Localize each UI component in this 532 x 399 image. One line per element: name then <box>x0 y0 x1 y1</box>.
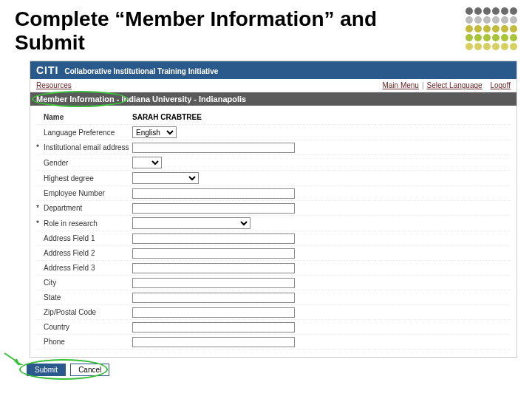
addr1-input[interactable] <box>132 233 295 244</box>
section-title-bar: Member Information - Indiana University … <box>30 92 516 106</box>
nav-separator <box>485 81 488 89</box>
zip-label: Zip/Postal Code <box>44 308 132 316</box>
deco-dot <box>466 7 473 15</box>
deco-dot <box>466 16 473 24</box>
deco-dot <box>510 34 517 41</box>
nav-bar: Resources Main Menu | Select Language Lo… <box>30 79 516 92</box>
deco-dot <box>510 43 517 50</box>
deco-dot <box>474 25 482 33</box>
role-label: Role in research <box>44 219 132 228</box>
deco-dot <box>474 34 482 41</box>
decorative-dots <box>466 7 517 50</box>
language-label: Language Preference <box>44 129 132 137</box>
citi-logo: CITI <box>36 64 58 76</box>
deco-dot <box>483 25 491 33</box>
nav-select-language-link[interactable]: Select Language <box>427 81 482 89</box>
language-select[interactable]: English <box>132 126 177 138</box>
section-title: Member Information - Indiana University … <box>36 95 246 103</box>
country-label: Country <box>44 323 132 331</box>
arrow-icon <box>3 352 25 366</box>
deco-dot <box>501 43 508 50</box>
phone-label: Phone <box>44 338 132 346</box>
state-label: State <box>44 293 132 301</box>
submit-button[interactable]: Submit <box>27 364 66 376</box>
app-header: CITI Collaborative Institutional Trainin… <box>30 61 516 79</box>
addr3-label: Address Field 3 <box>44 264 132 272</box>
cancel-button[interactable]: Cancel <box>70 364 109 376</box>
required-marker: * <box>36 143 44 151</box>
role-select[interactable] <box>132 217 250 229</box>
nav-separator: | <box>422 81 424 89</box>
state-input[interactable] <box>132 293 295 303</box>
country-input[interactable] <box>132 322 295 332</box>
dept-label: Department <box>44 204 132 212</box>
deco-dot <box>483 34 491 41</box>
deco-dot <box>501 16 508 24</box>
deco-dot <box>501 25 508 33</box>
deco-dot <box>483 43 491 50</box>
required-marker: * <box>36 219 44 228</box>
email-input[interactable] <box>132 143 295 153</box>
deco-dot <box>492 16 499 24</box>
addr2-label: Address Field 2 <box>44 249 132 257</box>
deco-dot <box>510 16 517 24</box>
button-row: Submit Cancel <box>27 364 109 376</box>
empno-input[interactable] <box>132 188 295 199</box>
degree-label: Highest degree <box>44 174 132 183</box>
slide-title: Complete “Member Information” and Submit <box>0 0 414 61</box>
deco-dot <box>483 7 491 15</box>
phone-input[interactable] <box>132 337 295 347</box>
deco-dot <box>510 25 517 33</box>
nav-resources-link[interactable]: Resources <box>36 81 72 89</box>
required-marker: * <box>36 204 44 212</box>
addr3-input[interactable] <box>132 263 295 273</box>
deco-dot <box>492 7 499 15</box>
city-label: City <box>44 279 132 287</box>
name-label: Name <box>44 113 132 121</box>
gender-select[interactable] <box>132 157 162 168</box>
deco-dot <box>474 16 482 24</box>
deco-dot <box>501 7 508 15</box>
nav-logoff-link[interactable]: Logoff <box>490 81 511 89</box>
gender-label: Gender <box>44 159 132 167</box>
deco-dot <box>466 43 473 50</box>
deco-dot <box>492 34 499 41</box>
degree-select[interactable] <box>132 172 199 184</box>
email-label: Institutional email address <box>44 143 132 151</box>
empno-label: Employee Number <box>44 189 132 197</box>
citi-app-frame: CITI Collaborative Institutional Trainin… <box>30 61 517 358</box>
deco-dot <box>474 7 482 15</box>
dept-input[interactable] <box>132 203 295 214</box>
deco-dot <box>510 7 517 15</box>
deco-dot <box>466 34 473 41</box>
addr2-input[interactable] <box>132 248 295 259</box>
addr1-label: Address Field 1 <box>44 234 132 242</box>
deco-dot <box>492 43 499 50</box>
deco-dot <box>483 16 491 24</box>
city-input[interactable] <box>132 278 295 288</box>
deco-dot <box>466 25 473 33</box>
zip-input[interactable] <box>132 307 295 318</box>
citi-subtitle: Collaborative Institutional Training Ini… <box>64 67 218 75</box>
name-value: SARAH CRABTREE <box>132 113 511 121</box>
deco-dot <box>492 25 499 33</box>
member-info-form: Name SARAH CRABTREE Language Preference … <box>30 106 516 357</box>
deco-dot <box>501 34 508 41</box>
deco-dot <box>474 43 482 50</box>
nav-main-menu-link[interactable]: Main Menu <box>382 81 418 89</box>
